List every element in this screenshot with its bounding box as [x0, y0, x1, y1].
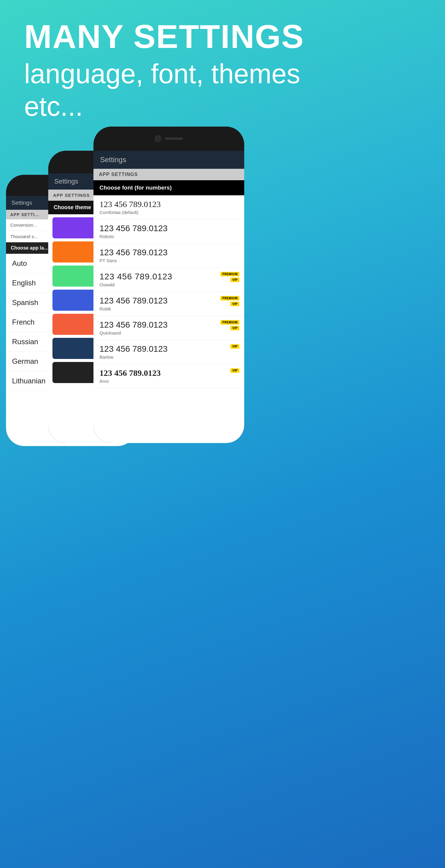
- font-quicksand[interactable]: 123 456 789.0123 Quicksand PREMIUM VIP: [93, 316, 244, 340]
- font-roboto[interactable]: 123 456 789.0123 Roboto: [93, 219, 244, 244]
- barlow-badges: VIP: [230, 344, 239, 349]
- quicksand-badges: PREMIUM VIP: [220, 320, 239, 330]
- vip-badge: VIP: [230, 326, 239, 330]
- font-barlow[interactable]: 123 456 789.0123 Barlow VIP: [93, 340, 244, 364]
- vip-badge: VIP: [230, 344, 239, 349]
- premium-badge: PREMIUM: [220, 272, 239, 276]
- phone3-screen: Settings APP SETTINGS Choose font (for n…: [93, 151, 244, 443]
- font-oswald[interactable]: 123 456 789.0123 Oswald PREMIUM VIP: [93, 268, 244, 292]
- choose-font-bar: Choose font (for numbers): [93, 180, 244, 195]
- vip-badge: VIP: [230, 368, 239, 373]
- headline-main: MANY SETTINGS: [24, 18, 304, 55]
- font-comfortaa[interactable]: 123 456 789.0123 Comfortaa (default): [93, 195, 244, 219]
- font-ptsans[interactable]: 123 456 789.0123 PT Sans: [93, 244, 244, 268]
- arvo-badges: VIP: [230, 368, 239, 373]
- phone3-section-header: APP SETTINGS: [93, 169, 244, 180]
- rubik-badges: PREMIUM VIP: [220, 296, 239, 306]
- font-arvo[interactable]: 123 456 789.0123 Arvo VIP: [93, 364, 244, 388]
- vip-badge: VIP: [230, 302, 239, 306]
- premium-badge: PREMIUM: [220, 320, 239, 324]
- font-list: 123 456 789.0123 Comfortaa (default) 123…: [93, 195, 244, 388]
- phone-font: Settings APP SETTINGS Choose font (for n…: [93, 127, 244, 443]
- phone3-speaker: [165, 137, 183, 140]
- phone3-notch: [93, 127, 244, 151]
- phone3-camera: [155, 135, 161, 142]
- headline-block: MANY SETTINGS language, font, themes etc…: [24, 18, 304, 123]
- premium-badge: PREMIUM: [220, 296, 239, 301]
- oswald-badges: PREMIUM VIP: [220, 272, 239, 282]
- font-rubik[interactable]: 123 456 789.0123 Rubik PREMIUM VIP: [93, 292, 244, 316]
- vip-badge: VIP: [230, 278, 239, 282]
- headline-sub: language, font, themes etc...: [24, 58, 304, 123]
- phone3-settings-header: Settings: [93, 151, 244, 169]
